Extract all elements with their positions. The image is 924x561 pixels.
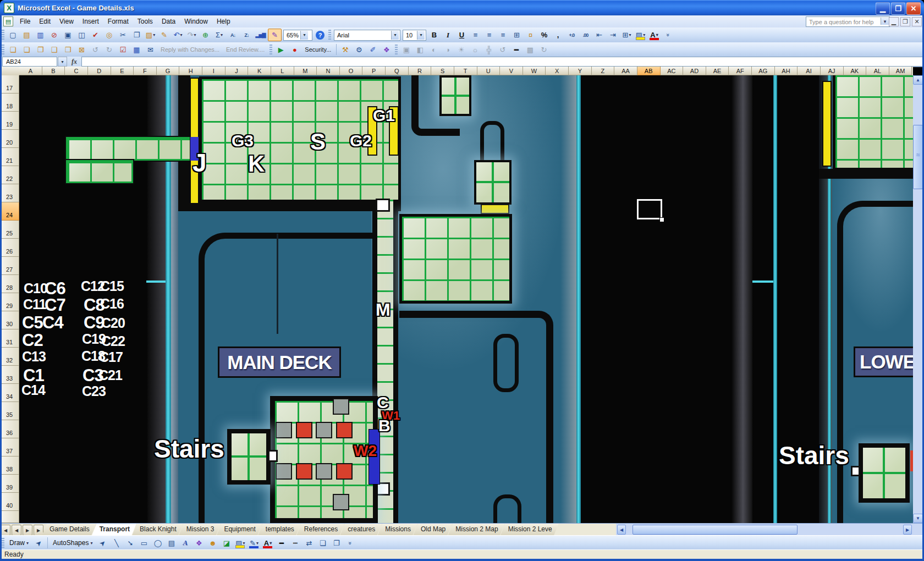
- row-header-21[interactable]: 21: [0, 148, 19, 166]
- script-editor-icon[interactable]: ❖: [380, 44, 393, 56]
- record-macro-icon[interactable]: ●: [288, 44, 301, 56]
- bold-icon[interactable]: B: [428, 29, 441, 41]
- delete-comment-icon[interactable]: ⊠: [75, 44, 88, 56]
- row-header-28[interactable]: 28: [0, 275, 19, 293]
- send-attachment-icon[interactable]: ✉: [144, 44, 157, 56]
- last-sheet-button[interactable]: ▶: [34, 525, 43, 536]
- column-header-ak[interactable]: AK: [844, 67, 867, 75]
- chevron-down-icon[interactable]: ▾: [221, 32, 223, 37]
- next-comment-icon[interactable]: ❐: [34, 44, 47, 56]
- format-painter-icon[interactable]: ✎: [158, 29, 170, 41]
- draw-menu-button[interactable]: Draw▾: [6, 538, 32, 548]
- next-sheet-button[interactable]: ▶: [23, 525, 32, 536]
- arrow-icon[interactable]: ➘: [124, 537, 136, 549]
- sheet-tab-black-knight[interactable]: Black Knight: [132, 524, 183, 536]
- row-header-33[interactable]: 33: [0, 366, 19, 384]
- undo-icon[interactable]: ↶▾: [172, 29, 184, 41]
- column-header-q[interactable]: Q: [386, 67, 409, 75]
- sheet-tab-equipment[interactable]: Equipment: [216, 524, 262, 536]
- column-header-y[interactable]: Y: [569, 67, 592, 75]
- row-header-17[interactable]: 17: [0, 75, 19, 94]
- autoshapes-menu-button[interactable]: AutoShapes▾: [50, 538, 96, 548]
- rectangle-icon[interactable]: ▭: [138, 537, 150, 549]
- column-header-x[interactable]: X: [546, 67, 569, 75]
- sheet-tab-mission-3[interactable]: Mission 3: [179, 524, 221, 536]
- column-header-n[interactable]: N: [317, 67, 340, 75]
- sheet-tab-references[interactable]: References: [296, 524, 344, 536]
- next-change-icon[interactable]: ↻: [103, 44, 116, 56]
- toolbar-grip[interactable]: [2, 30, 4, 40]
- help-question-box[interactable]: Type a question for help ▾: [806, 16, 890, 27]
- row-header-40[interactable]: 40: [0, 493, 19, 511]
- insert-hyperlink-icon[interactable]: ⊕: [199, 29, 212, 41]
- insert-function-icon[interactable]: fx: [67, 58, 81, 66]
- borders-icon[interactable]: ⊞▾: [620, 29, 633, 41]
- toolbar-grip[interactable]: [2, 45, 4, 55]
- column-header-af[interactable]: AF: [729, 67, 752, 75]
- font-color-icon[interactable]: A▾: [261, 537, 274, 549]
- font-color-icon[interactable]: A▾: [648, 29, 661, 41]
- decrease-decimal-icon[interactable]: .00: [579, 29, 592, 41]
- sort-descending-icon[interactable]: Z↓: [240, 29, 253, 41]
- sheet-tab-missions[interactable]: Missions: [377, 524, 417, 536]
- row-header-25[interactable]: 25: [0, 221, 19, 239]
- save-version-icon[interactable]: ▦: [130, 44, 143, 56]
- previous-sheet-button[interactable]: ◀: [12, 525, 21, 536]
- fill-color-icon[interactable]: ▨▾: [634, 29, 647, 41]
- row-header-19[interactable]: 19: [0, 112, 19, 130]
- column-header-ac[interactable]: AC: [661, 67, 684, 75]
- vertical-scroll-thumb[interactable]: [913, 125, 923, 189]
- permission-icon[interactable]: ⊘: [48, 29, 61, 41]
- sort-ascending-icon[interactable]: A↓: [227, 29, 239, 41]
- column-header-aa[interactable]: AA: [614, 67, 637, 75]
- column-header-a[interactable]: A: [19, 67, 42, 75]
- row-header-18[interactable]: 18: [0, 94, 19, 112]
- italic-icon[interactable]: I: [442, 29, 454, 41]
- sheet-canvas[interactable]: MAIN DECKLOWERG3KSG2G1JMW1CBW2StairsStai…: [19, 75, 913, 523]
- chevron-down-icon[interactable]: ▾: [256, 541, 258, 546]
- copy-icon[interactable]: ❐: [130, 29, 143, 41]
- column-header-t[interactable]: T: [454, 67, 477, 75]
- help-icon[interactable]: ?: [316, 31, 324, 40]
- toolbar-grip[interactable]: [395, 45, 398, 55]
- column-header-al[interactable]: AL: [866, 67, 889, 75]
- toolbar-grip[interactable]: [328, 30, 331, 40]
- minimize-button[interactable]: ▁: [876, 2, 890, 15]
- column-header-ah[interactable]: AH: [775, 67, 798, 75]
- show-all-comments-icon[interactable]: ❒: [62, 44, 74, 56]
- reply-with-changes-button[interactable]: Reply with Changes...: [157, 46, 223, 53]
- chevron-down-icon[interactable]: ▾: [58, 57, 67, 67]
- column-header-w[interactable]: W: [523, 67, 546, 75]
- row-header-32[interactable]: 32: [0, 348, 19, 366]
- scroll-down-icon[interactable]: ▼: [913, 514, 923, 523]
- hscroll-left-icon[interactable]: ◀: [617, 525, 626, 535]
- row-header-38[interactable]: 38: [0, 457, 19, 475]
- close-button[interactable]: ✕: [906, 2, 921, 15]
- chevron-down-icon[interactable]: ▾: [270, 541, 272, 546]
- percent-style-icon[interactable]: %: [538, 29, 551, 41]
- show-comment-icon[interactable]: ❑: [48, 44, 61, 56]
- currency-style-icon[interactable]: ¤: [524, 29, 537, 41]
- chevron-down-icon[interactable]: ▾: [643, 32, 645, 37]
- menu-format[interactable]: Format: [103, 16, 133, 27]
- chevron-down-icon[interactable]: ▾: [194, 32, 196, 37]
- previous-comment-icon[interactable]: ❏: [20, 44, 33, 56]
- line-style-icon[interactable]: ━: [510, 44, 522, 56]
- drawing-icon[interactable]: ✎: [268, 29, 282, 41]
- chevron-down-icon[interactable]: ▾: [300, 31, 308, 40]
- arrow-style-icon[interactable]: ⇄: [302, 537, 315, 549]
- decrease-indent-icon[interactable]: ⇤: [593, 29, 606, 41]
- column-header-z[interactable]: Z: [592, 67, 615, 75]
- font-size-combo[interactable]: 10 ▾: [403, 30, 426, 41]
- line-icon[interactable]: ╲: [110, 537, 123, 549]
- line-color-icon[interactable]: ✎▾: [248, 537, 260, 549]
- compress-pictures-icon[interactable]: ▩: [524, 44, 536, 56]
- chevron-down-icon[interactable]: ▾: [656, 32, 658, 37]
- column-header-l[interactable]: L: [271, 67, 294, 75]
- row-header-36[interactable]: 36: [0, 420, 19, 438]
- wordart-icon[interactable]: A: [179, 537, 191, 549]
- fill-color-icon[interactable]: ▨▾: [234, 537, 246, 549]
- rotate-left-icon[interactable]: ↺: [496, 44, 509, 56]
- sheet-tab-transport[interactable]: Transport: [92, 524, 136, 536]
- security-button[interactable]: Security...: [301, 46, 334, 53]
